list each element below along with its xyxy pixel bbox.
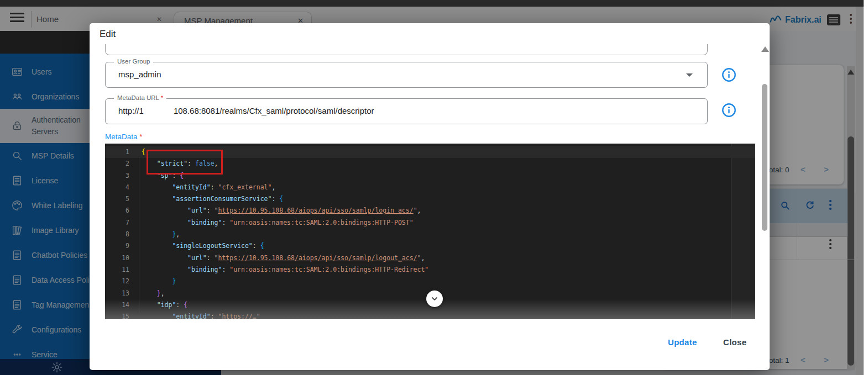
editor-line-7: 7 "binding": "urn:oasis:names:tc:SAML:2.… <box>105 217 755 229</box>
metadata-url-label: MetaData URL * <box>114 94 166 101</box>
dialog-scroll-up-arrow[interactable] <box>761 46 769 52</box>
line-number: 3 <box>105 170 129 182</box>
editor-line-12: 12 } <box>105 276 755 287</box>
user-group-label: User Group <box>114 58 153 65</box>
strict-false-highlight-box <box>147 150 223 175</box>
info-icon-metadata-url[interactable] <box>721 103 736 118</box>
right-edge-strip <box>864 0 868 375</box>
line-number: 12 <box>105 276 129 287</box>
edit-dialog: Edit User Group msp_admin MetaData URL *… <box>90 23 770 370</box>
scroll-down-button[interactable] <box>426 291 443 307</box>
line-number: 2 <box>105 158 129 170</box>
line-number: 7 <box>105 217 129 229</box>
line-number: 10 <box>105 252 129 264</box>
chevron-down-icon[interactable] <box>686 73 693 77</box>
app-root: Home ✕ MSP Management ✕ Fabrix.ai UsersO… <box>0 0 868 375</box>
editor-line-4: 4 "entityId": "cfx_external", <box>105 182 755 193</box>
editor-gutter-line <box>139 157 139 313</box>
line-number: 8 <box>105 229 129 240</box>
line-number: 5 <box>105 193 129 205</box>
metadata-url-value: http://1108.68:8081/realms/Cfx_saml/prot… <box>118 106 374 115</box>
line-number: 11 <box>105 264 129 276</box>
line-number: 6 <box>105 205 129 216</box>
editor-line-8: 8 }, <box>105 229 755 240</box>
editor-line-9: 9 "singleLogoutService": { <box>105 240 755 252</box>
editor-line-6: 6 "url": "https://10.95.108.68/aiops/api… <box>105 205 755 216</box>
close-button[interactable]: Close <box>720 337 750 347</box>
editor-line-5: 5 "assertionConsumerService": { <box>105 193 755 205</box>
line-number: 4 <box>105 182 129 193</box>
update-button[interactable]: Update <box>665 337 700 347</box>
line-number: 1 <box>105 146 129 158</box>
info-icon-user-group[interactable] <box>721 67 736 82</box>
metadata-field-label: MetaData * <box>105 133 143 141</box>
line-number: 9 <box>105 240 129 252</box>
line-number: 13 <box>105 288 129 299</box>
field-partial-above <box>105 44 708 55</box>
user-group-value: msp_admin <box>118 70 161 79</box>
editor-line-11: 11 "binding": "urn:oasis:names:tc:SAML:2… <box>105 264 755 276</box>
dialog-title: Edit <box>100 29 116 40</box>
user-group-select[interactable]: User Group msp_admin <box>105 62 708 88</box>
editor-line-10: 10 "url": "https://10.95.108.68/aiops/ap… <box>105 252 755 264</box>
metadata-url-input[interactable]: MetaData URL * http://1108.68:8081/realm… <box>105 98 708 124</box>
dialog-scrollbar-thumb[interactable] <box>762 84 767 231</box>
